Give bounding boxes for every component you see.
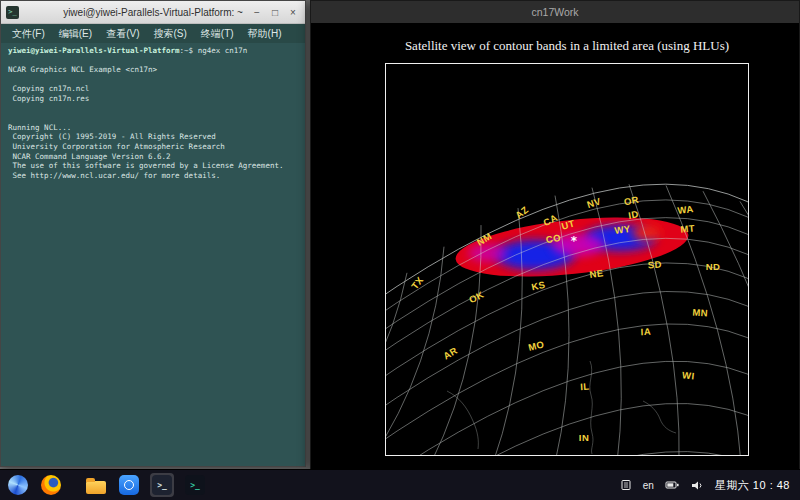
terminal-prompt-line: yiwei@yiwei-Parallels-Virtual-Platform:~… — [8, 46, 298, 56]
menu-item-0[interactable]: 文件(F) — [5, 25, 52, 43]
minimize-button[interactable]: − — [248, 3, 266, 21]
launcher-icon[interactable] — [6, 473, 30, 497]
map-label-OR: OR — [623, 194, 640, 208]
menu-item-4[interactable]: 终端(T) — [194, 25, 241, 43]
map-label-KS: KS — [530, 279, 546, 293]
file-manager-icon[interactable] — [84, 473, 108, 497]
map-label-ID: ID — [627, 208, 639, 221]
menu-item-5[interactable]: 帮助(H) — [241, 25, 289, 43]
volume-icon[interactable] — [691, 480, 704, 491]
map-frame: AZNVCAORWAIDMTUTWYNMCOSDNDNEKSTXOKMNIAMO… — [385, 63, 749, 456]
map-label-AR: AR — [441, 345, 459, 362]
satellite-map: AZNVCAORWAIDMTUTWYNMCOSDNDNEKSTXOKMNIAMO… — [385, 63, 749, 456]
terminal-output-line — [8, 113, 298, 123]
terminal-titlebar[interactable]: >_ yiwei@yiwei-Parallels-Virtual-Platfor… — [1, 1, 305, 24]
ncl-plot-window: cn17Work Satellite view of contour bands… — [310, 0, 800, 470]
firefox-icon[interactable] — [39, 473, 63, 497]
terminal-taskbar-icon[interactable]: >_ — [150, 473, 174, 497]
terminal-output-line — [8, 56, 298, 66]
menu-item-2[interactable]: 查看(V) — [99, 25, 146, 43]
battery-icon[interactable] — [665, 480, 680, 490]
plot-canvas: Satellite view of contour bands in a lim… — [311, 23, 799, 469]
map-label-WI: WI — [682, 369, 695, 381]
map-label-ND: ND — [706, 261, 721, 272]
app-store-icon[interactable] — [117, 473, 141, 497]
menu-item-3[interactable]: 搜索(S) — [146, 25, 193, 43]
terminal-output-line: See http://www.ncl.ucar.edu/ for more de… — [8, 171, 298, 181]
prompt-command: ng4ex cn17n — [198, 46, 248, 55]
taskbar-clock[interactable]: 星期六 10 : 48 — [715, 478, 790, 493]
terminal-output-line: Copying cn17n.ncl — [8, 84, 298, 94]
terminal-output: NCAR Graphics NCL Example <cn17n> Copyin… — [8, 56, 298, 181]
terminal-output-line: NCAR Command Language Version 6.6.2 — [8, 152, 298, 162]
map-label-MN: MN — [692, 306, 708, 318]
map-label-OK: OK — [467, 289, 485, 306]
terminal-output-line: Copying cn17n.res — [8, 94, 298, 104]
dark-terminal-icon[interactable]: >_ — [183, 473, 207, 497]
map-label-WY: WY — [614, 223, 632, 236]
prompt-path: :~$ — [180, 46, 198, 55]
desktop: >_ yiwei@yiwei-Parallels-Virtual-Platfor… — [0, 0, 800, 500]
terminal-app-icon: >_ — [6, 6, 19, 19]
state-borders — [447, 361, 676, 454]
map-label-MT: MT — [680, 222, 695, 234]
taskbar: >_ >_ en 星期六 10 : 48 — [0, 469, 800, 500]
map-label-IL: IL — [580, 381, 590, 393]
map-marker-asterisk: * — [571, 234, 578, 248]
plot-window-title: cn17Work — [531, 6, 578, 18]
map-label-WA: WA — [677, 203, 694, 216]
map-label-IA: IA — [641, 326, 652, 337]
terminal-output-line — [8, 75, 298, 85]
terminal-output-line: NCAR Graphics NCL Example <cn17n> — [8, 65, 298, 75]
terminal-body[interactable]: yiwei@yiwei-Parallels-Virtual-Platform:~… — [1, 43, 305, 183]
prompt-user-host: yiwei@yiwei-Parallels-Virtual-Platform — [8, 46, 180, 55]
input-method-indicator[interactable]: en — [643, 480, 654, 491]
terminal-output-line: University Corporation for Atmospheric R… — [8, 142, 298, 152]
plot-chart-title: Satellite view of contour bands in a lim… — [385, 38, 749, 54]
plot-window-titlebar[interactable]: cn17Work — [311, 1, 799, 23]
terminal-menubar: 文件(F)编辑(E)查看(V)搜索(S)终端(T)帮助(H) — [1, 24, 305, 43]
close-button[interactable]: × — [284, 3, 302, 21]
contour-band-ellipse — [425, 203, 725, 298]
map-label-IN: IN — [579, 432, 589, 443]
terminal-window: >_ yiwei@yiwei-Parallels-Virtual-Platfor… — [0, 0, 306, 467]
terminal-output-line: Copyright (C) 1995-2019 - All Rights Res… — [8, 132, 298, 142]
map-label-SD: SD — [647, 259, 662, 271]
map-label-AZ: AZ — [513, 204, 530, 221]
maximize-button[interactable]: □ — [266, 3, 284, 21]
map-label-MO: MO — [527, 338, 545, 353]
notification-icon[interactable] — [620, 479, 632, 491]
menu-item-1[interactable]: 编辑(E) — [52, 25, 99, 43]
terminal-output-line: Running NCL... — [8, 123, 298, 133]
map-label-NE: NE — [589, 267, 604, 280]
terminal-output-line: The use of this software is governed by … — [8, 161, 298, 171]
terminal-output-line — [8, 104, 298, 114]
